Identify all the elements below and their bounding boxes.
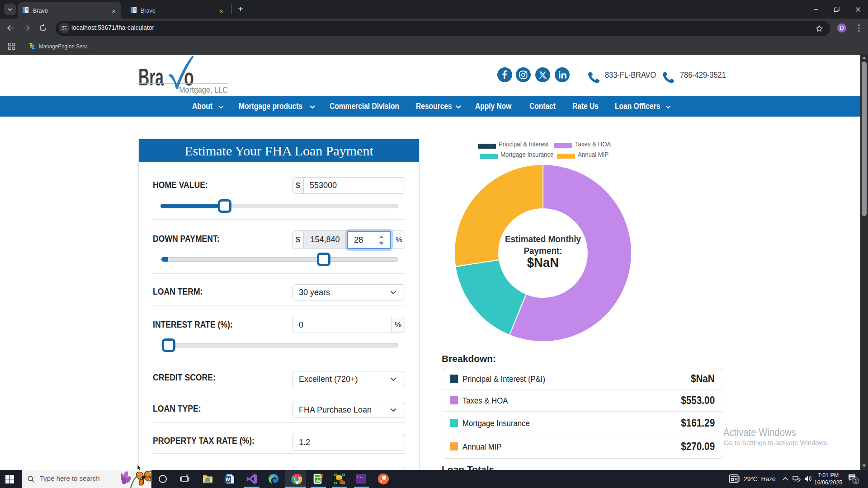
svg-text:1: 1: [854, 478, 858, 484]
svg-text:C:\>_: C:\>_: [357, 476, 364, 479]
